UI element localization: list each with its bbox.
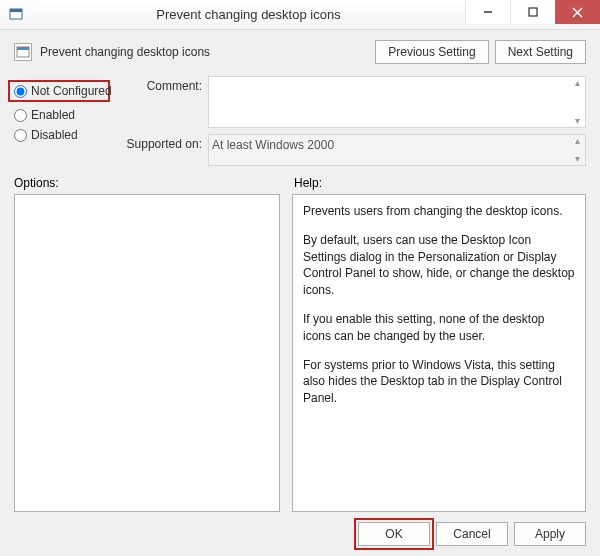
form-column: Comment: ▴▾ Supported on: At least Windo… (120, 76, 586, 166)
options-panel[interactable] (14, 194, 280, 512)
cancel-button[interactable]: Cancel (436, 522, 508, 546)
close-button[interactable] (555, 0, 600, 24)
ok-button[interactable]: OK (358, 522, 430, 546)
footer-buttons: OK Cancel Apply (14, 512, 586, 546)
apply-button[interactable]: Apply (514, 522, 586, 546)
window-controls (465, 0, 600, 29)
options-label: Options: (14, 176, 280, 190)
header-row: Prevent changing desktop icons Previous … (14, 40, 586, 64)
radio-disabled-input[interactable] (14, 129, 27, 142)
radio-not-configured[interactable]: Not Configured (8, 80, 110, 102)
radio-not-configured-label: Not Configured (31, 84, 112, 98)
maximize-button[interactable] (510, 0, 555, 24)
help-text-p1: Prevents users from changing the desktop… (303, 203, 575, 220)
radio-enabled-label: Enabled (31, 108, 75, 122)
radio-not-configured-input[interactable] (14, 85, 27, 98)
supported-label: Supported on: (120, 134, 202, 151)
titlebar: Prevent changing desktop icons (0, 0, 600, 30)
settings-row: Not Configured Enabled Disabled Comment:… (14, 76, 586, 166)
comment-scrollbar[interactable]: ▴▾ (569, 77, 585, 127)
help-text-p2: By default, users can use the Desktop Ic… (303, 232, 575, 299)
policy-title: Prevent changing desktop icons (40, 45, 375, 59)
app-icon (8, 7, 24, 23)
supported-textarea: At least Windows 2000 ▴▾ (208, 134, 586, 166)
help-text-p4: For systems prior to Windows Vista, this… (303, 357, 575, 407)
svg-rect-3 (529, 8, 537, 16)
help-text-p3: If you enable this setting, none of the … (303, 311, 575, 345)
radio-enabled-input[interactable] (14, 109, 27, 122)
panels-row: Prevents users from changing the desktop… (14, 194, 586, 512)
window-title: Prevent changing desktop icons (32, 7, 465, 22)
supported-scrollbar[interactable]: ▴▾ (569, 135, 585, 165)
supported-value: At least Windows 2000 (212, 138, 334, 152)
minimize-button[interactable] (465, 0, 510, 24)
comment-label: Comment: (120, 76, 202, 93)
svg-rect-1 (10, 9, 22, 12)
radio-enabled[interactable]: Enabled (14, 108, 110, 122)
help-label: Help: (294, 176, 586, 190)
policy-icon (14, 43, 32, 61)
radio-column: Not Configured Enabled Disabled (14, 76, 110, 166)
svg-rect-7 (17, 47, 29, 50)
help-panel[interactable]: Prevents users from changing the desktop… (292, 194, 586, 512)
radio-disabled[interactable]: Disabled (14, 128, 110, 142)
content-area: Prevent changing desktop icons Previous … (0, 30, 600, 556)
comment-textarea[interactable]: ▴▾ (208, 76, 586, 128)
previous-setting-button[interactable]: Previous Setting (375, 40, 488, 64)
next-setting-button[interactable]: Next Setting (495, 40, 586, 64)
panel-labels-row: Options: Help: (14, 176, 586, 190)
radio-disabled-label: Disabled (31, 128, 78, 142)
